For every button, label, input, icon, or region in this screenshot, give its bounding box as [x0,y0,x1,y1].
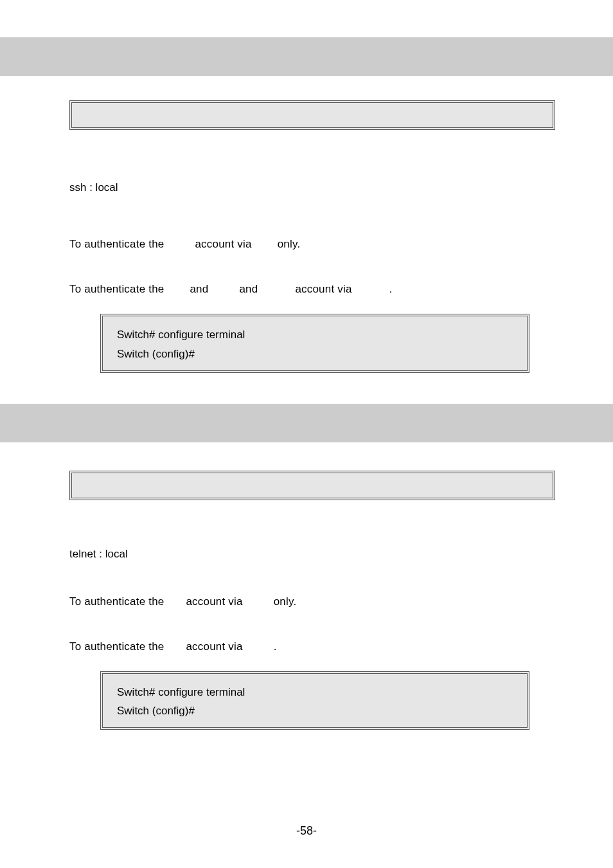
syntax-box-1 [69,100,555,130]
default-line-1: ssh : local [69,181,555,194]
page-content: ssh : local To authenticate theaccount v… [0,0,613,730]
text-fragment: account via [195,238,251,250]
text-fragment: and [239,283,258,295]
example-line-2-2: Switch (config)# [117,701,513,721]
example-box-1: Switch# configure terminal Switch (confi… [100,314,529,373]
text-line-1-1: To authenticate theaccount viaonly. [69,238,555,251]
example-line-1-1: Switch# configure terminal [117,325,513,345]
content-block-2: telnet : local To authenticate theaccoun… [69,548,555,730]
example-line-2-1: Switch# configure terminal [117,683,513,702]
syntax-box-2 [69,471,555,500]
content-block-1: ssh : local To authenticate theaccount v… [69,181,555,373]
text-line-2-2: To authenticate theaccount via. [69,640,555,653]
text-fragment: account via [186,640,242,653]
text-fragment: only. [274,595,297,608]
gap-1 [0,373,613,404]
text-fragment: and [190,283,208,295]
default-line-2: telnet : local [69,548,555,561]
text-line-1-2: To authenticate theandandaccount via. [69,283,555,296]
text-fragment: To authenticate the [69,283,164,295]
section-header-2 [0,404,613,442]
example-line-1-2: Switch (config)# [117,345,513,364]
text-fragment: account via [295,283,351,295]
text-fragment: only. [278,238,301,250]
top-spacer [0,0,613,37]
text-fragment: . [274,640,277,653]
text-fragment: To authenticate the [69,238,164,250]
example-box-2: Switch# configure terminal Switch (confi… [100,671,529,730]
section-header-1 [0,37,613,76]
text-line-2-1: To authenticate theaccount viaonly. [69,595,555,608]
text-fragment: . [389,283,393,295]
text-fragment: To authenticate the [69,640,164,653]
text-fragment: account via [186,595,242,608]
page-number: -58- [0,824,613,838]
text-fragment: To authenticate the [69,595,164,608]
